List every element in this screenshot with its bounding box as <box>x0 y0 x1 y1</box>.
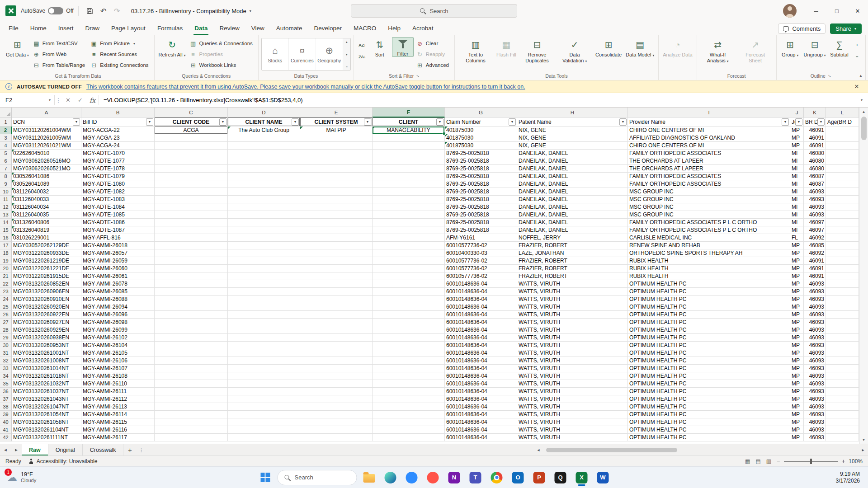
accessibility-status[interactable]: Accessibility: Unavailable <box>28 458 98 465</box>
cell-c7[interactable] <box>155 165 228 173</box>
cell-f16[interactable] <box>373 234 445 242</box>
sort-button[interactable]: ⇅Sort <box>369 37 391 58</box>
cell-i38[interactable]: OPTIMUM HEALTH PC <box>628 403 790 411</box>
row-header-20[interactable]: 20 <box>0 265 12 272</box>
cell-g13[interactable]: 8769-25-0025818 <box>445 211 517 219</box>
cell-k39[interactable]: 46093 <box>804 411 826 418</box>
cell-e16[interactable] <box>300 234 373 242</box>
cell-a15[interactable]: 031326040819 <box>12 226 81 234</box>
cell-j17[interactable]: MP <box>790 242 804 249</box>
cell-b41[interactable]: MGY-AMMI-26116 <box>81 426 155 434</box>
cell-f30[interactable] <box>373 342 445 349</box>
cell-b30[interactable]: MGY-AMMI-26104 <box>81 342 155 349</box>
tab-acrobat[interactable]: Acrobat <box>406 23 439 35</box>
cell-i25[interactable]: OPTIMUM HEALTH PC <box>628 303 790 311</box>
cell-j7[interactable]: MI <box>790 165 804 173</box>
cell-h20[interactable]: FRAZIER, ROBERT <box>517 265 628 272</box>
cell-g25[interactable]: 60010148636-04 <box>445 303 517 311</box>
cell-e28[interactable] <box>300 326 373 334</box>
cell-g37[interactable]: 60010148636-04 <box>445 395 517 403</box>
taskbar-icon-teams[interactable]: T <box>467 469 485 487</box>
cell-a28[interactable]: MGY031320260929EN <box>12 326 81 334</box>
cell-c26[interactable] <box>155 311 228 319</box>
cell-g42[interactable]: 60010148636-04 <box>445 434 517 441</box>
column-header-j[interactable]: J <box>790 108 804 117</box>
cell-d41[interactable] <box>228 426 300 434</box>
cell-j13[interactable]: MI <box>790 211 804 219</box>
row-header-40[interactable]: 40 <box>0 418 12 426</box>
cell-b15[interactable]: MGY-ADTE-1087 <box>81 226 155 234</box>
cell-k5[interactable]: 46080 <box>804 150 826 157</box>
cell-b20[interactable]: MGY-AMMI-26060 <box>81 265 155 272</box>
filter-button[interactable]: Filter <box>392 37 414 57</box>
cell-l21[interactable] <box>826 272 859 280</box>
cell-c42[interactable] <box>155 434 228 441</box>
cell-c41[interactable] <box>155 426 228 434</box>
cell-h13[interactable]: DANEILAK, DANIEL <box>517 211 628 219</box>
cell-d26[interactable] <box>228 311 300 319</box>
cell-h33[interactable]: WATTS, VIRUTH <box>517 365 628 372</box>
cell-b32[interactable]: MGY-AMMI-26106 <box>81 357 155 365</box>
taskbar-icon-firefox-browser[interactable] <box>424 469 442 487</box>
cell-i10[interactable]: MSC GROUP INC <box>628 188 790 196</box>
row-header-38[interactable]: 38 <box>0 403 12 411</box>
comments-button[interactable]: Comments <box>778 23 826 34</box>
cell-d24[interactable] <box>228 296 300 303</box>
cell-g27[interactable]: 60010148636-04 <box>445 319 517 326</box>
cell-b10[interactable]: MGY-ADTE-1082 <box>81 188 155 196</box>
zoom-slider[interactable] <box>784 461 838 462</box>
taskbar-icon-excel[interactable]: X <box>573 469 591 487</box>
cell-g21[interactable]: 60010577736-02 <box>445 272 517 280</box>
cell-a19[interactable]: MGY031220261219DE <box>12 257 81 265</box>
cell-k24[interactable]: 46093 <box>804 296 826 303</box>
cell-i33[interactable]: OPTIMUM HEALTH PC <box>628 365 790 372</box>
cell-h2[interactable]: NIX, GENE <box>517 127 628 134</box>
cell-c20[interactable] <box>155 265 228 272</box>
cell-a5[interactable]: 022626045010 <box>12 150 81 157</box>
cell-f4[interactable] <box>373 142 445 150</box>
minimize-button[interactable]: ─ <box>806 0 826 22</box>
cell-k30[interactable]: 46093 <box>804 342 826 349</box>
cell-b7[interactable]: MGY-ADTE-1078 <box>81 165 155 173</box>
cell-h26[interactable]: WATTS, VIRUTH <box>517 311 628 319</box>
tab-page-layout[interactable]: Page Layout <box>105 23 151 35</box>
cell-f17[interactable] <box>373 242 445 249</box>
cell-i18[interactable]: ORTHOPEDIC SPINE SPORTS THERAPY AH <box>628 249 790 257</box>
horizontal-scrollbar-track[interactable] <box>543 447 858 453</box>
cell-e14[interactable] <box>300 219 373 226</box>
cell-j39[interactable]: MP <box>790 411 804 418</box>
cell-j23[interactable]: MP <box>790 288 804 296</box>
cell-f33[interactable] <box>373 365 445 372</box>
cell-l25[interactable] <box>826 303 859 311</box>
cell-g32[interactable]: 60010148636-04 <box>445 357 517 365</box>
cell-i7[interactable]: THE ORCHARDS AT LAPEER <box>628 165 790 173</box>
cell-d37[interactable] <box>228 395 300 403</box>
vertical-scrollbar[interactable]: ▲ ▼ <box>859 108 868 444</box>
cell-i16[interactable]: CARLISLE MEDICAL INC <box>628 234 790 242</box>
cell-l19[interactable] <box>826 257 859 265</box>
cell-d15[interactable] <box>228 226 300 234</box>
cell-f26[interactable] <box>373 311 445 319</box>
cell-f25[interactable] <box>373 303 445 311</box>
cell-l10[interactable] <box>826 188 859 196</box>
name-box[interactable]: F2 ▾ <box>0 93 54 107</box>
cell-c34[interactable] <box>155 372 228 380</box>
cell-d27[interactable] <box>228 319 300 326</box>
cell-e25[interactable] <box>300 303 373 311</box>
cell-d10[interactable] <box>228 188 300 196</box>
cell-c12[interactable] <box>155 203 228 211</box>
banner-link[interactable]: This workbook contains features that pre… <box>86 84 525 90</box>
cell-i32[interactable]: OPTIMUM HEALTH PC <box>628 357 790 365</box>
row-header-12[interactable]: 12 <box>0 203 12 211</box>
cell-j29[interactable]: MP <box>790 334 804 342</box>
cell-f22[interactable] <box>373 280 445 288</box>
cell-e31[interactable] <box>300 349 373 357</box>
cell-e27[interactable] <box>300 319 373 326</box>
cell-l36[interactable] <box>826 388 859 395</box>
cell-g3[interactable]: 401875030 <box>445 134 517 142</box>
cell-f42[interactable] <box>373 434 445 441</box>
cell-a18[interactable]: MGY031220260933DE <box>12 249 81 257</box>
cell-f40[interactable] <box>373 418 445 426</box>
normal-view-button[interactable]: ▦ <box>745 458 750 465</box>
cell-j35[interactable]: MP <box>790 380 804 388</box>
